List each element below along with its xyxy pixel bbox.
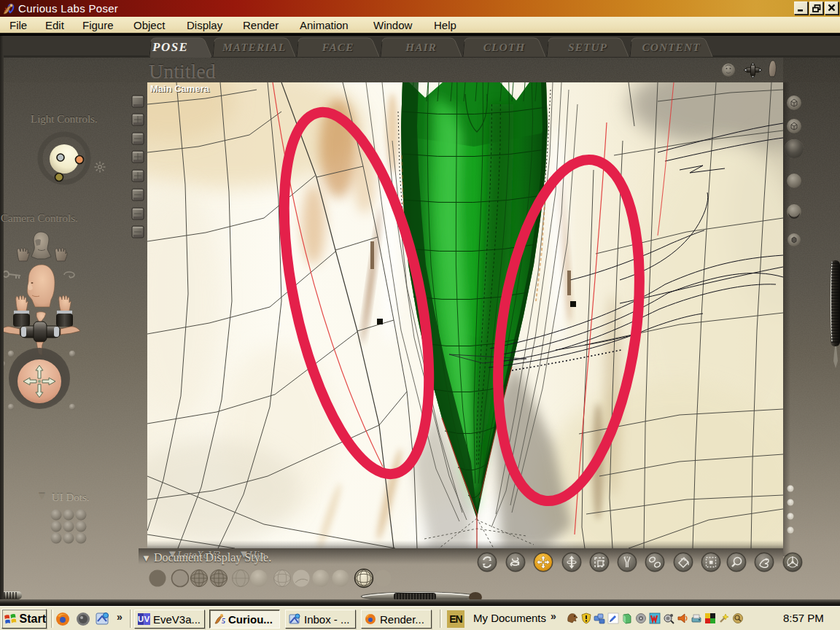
svg-text:V: V <box>144 615 150 623</box>
svg-text:5: 5 <box>222 617 225 625</box>
svg-text:U: U <box>138 615 144 623</box>
